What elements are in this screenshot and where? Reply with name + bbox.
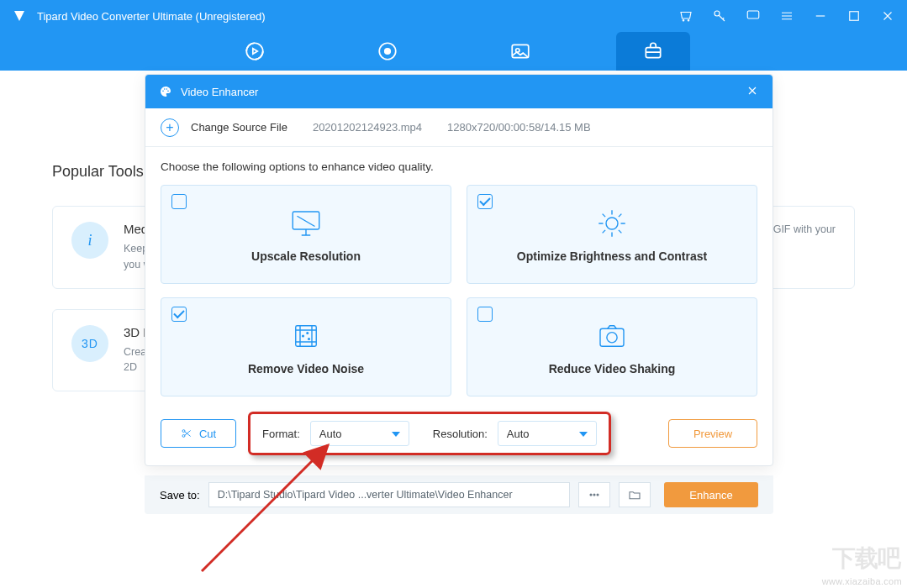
option-reduce-shaking[interactable]: Reduce Video Shaking — [467, 297, 757, 396]
save-to-label: Save to: — [160, 489, 200, 501]
app-title: Tipard Video Converter Ultimate (Unregis… — [37, 10, 678, 23]
svg-point-9 — [162, 91, 164, 92]
feedback-icon[interactable] — [746, 8, 761, 24]
key-icon[interactable] — [712, 8, 727, 24]
svg-point-12 — [167, 91, 169, 92]
cart-icon[interactable] — [678, 8, 693, 24]
tab-mv[interactable] — [483, 32, 557, 71]
format-label: Format: — [262, 428, 300, 440]
titlebar-actions — [678, 8, 895, 24]
svg-point-0 — [715, 11, 720, 16]
tab-toolbox[interactable] — [616, 32, 690, 71]
svg-point-5 — [384, 49, 390, 55]
resolution-select[interactable]: Auto — [498, 421, 597, 446]
add-source-icon[interactable]: + — [161, 118, 179, 137]
svg-rect-15 — [296, 326, 317, 347]
svg-point-10 — [164, 88, 166, 90]
source-bar: + Change Source File 20201202124923.mp4 … — [145, 108, 773, 147]
svg-point-18 — [308, 339, 310, 340]
watermark-text: www.xiazaiba.com — [822, 576, 902, 586]
checkbox[interactable] — [171, 194, 187, 209]
video-enhancer-dialog: Video Enhancer + Change Source File 2020… — [145, 74, 773, 466]
checkbox[interactable] — [171, 307, 187, 322]
film-icon — [288, 318, 324, 354]
svg-point-24 — [593, 494, 595, 496]
dialog-close-button[interactable] — [746, 84, 759, 100]
3d-icon: 3D — [71, 325, 108, 362]
dialog-title: Video Enhancer — [181, 86, 258, 98]
svg-point-16 — [303, 335, 304, 337]
save-footer: Save to: D:\Tipard Studio\Tipard Video .… — [145, 475, 773, 514]
sun-icon — [594, 206, 630, 241]
enhance-button[interactable]: Enhance — [664, 482, 758, 507]
svg-rect-2 — [850, 12, 859, 21]
main-toolbar — [0, 32, 907, 71]
palette-icon — [159, 85, 172, 98]
checkbox[interactable] — [477, 194, 493, 209]
minimize-icon[interactable] — [813, 8, 828, 24]
svg-point-25 — [597, 494, 599, 496]
svg-point-11 — [166, 88, 168, 90]
format-select[interactable]: Auto — [310, 421, 409, 446]
svg-point-17 — [307, 333, 308, 334]
svg-rect-13 — [293, 212, 319, 229]
menu-icon[interactable] — [779, 8, 794, 24]
dialog-header: Video Enhancer — [145, 75, 773, 108]
svg-point-23 — [590, 494, 592, 496]
scissors-icon — [181, 428, 192, 439]
svg-point-14 — [606, 218, 618, 229]
change-source-button[interactable]: Change Source File — [191, 121, 287, 134]
checkbox[interactable] — [477, 307, 493, 322]
save-path-input[interactable]: D:\Tipard Studio\Tipard Video ...verter … — [208, 482, 570, 507]
info-icon: i — [71, 222, 108, 259]
format-highlight-box: Format: Auto Resolution: Auto — [248, 412, 611, 455]
source-meta: 1280x720/00:00:58/14.15 MB — [447, 121, 591, 134]
browse-button[interactable] — [578, 482, 610, 507]
titlebar: Tipard Video Converter Ultimate (Unregis… — [0, 0, 907, 32]
svg-point-20 — [607, 333, 617, 343]
watermark-logo: 下载吧 — [832, 543, 900, 575]
resolution-label: Resolution: — [433, 428, 488, 440]
app-logo-icon — [12, 8, 27, 24]
camera-icon — [594, 318, 630, 354]
tab-converter[interactable] — [218, 32, 292, 71]
cut-button[interactable]: Cut — [161, 419, 236, 448]
option-remove-noise[interactable]: Remove Video Noise — [161, 297, 451, 396]
svg-rect-19 — [600, 328, 624, 346]
source-filename: 20201202124923.mp4 — [313, 121, 422, 134]
option-upscale-resolution[interactable]: Upscale Resolution — [161, 185, 451, 284]
instruction-text: Choose the following options to enhance … — [161, 160, 757, 173]
preview-button[interactable]: Preview — [668, 419, 757, 448]
monitor-icon — [288, 206, 324, 241]
close-icon[interactable] — [880, 8, 895, 24]
maximize-icon[interactable] — [846, 8, 862, 24]
tab-record[interactable] — [351, 32, 424, 71]
open-folder-button[interactable] — [619, 482, 651, 507]
option-optimize-brightness[interactable]: Optimize Brightness and Contrast — [467, 185, 757, 284]
